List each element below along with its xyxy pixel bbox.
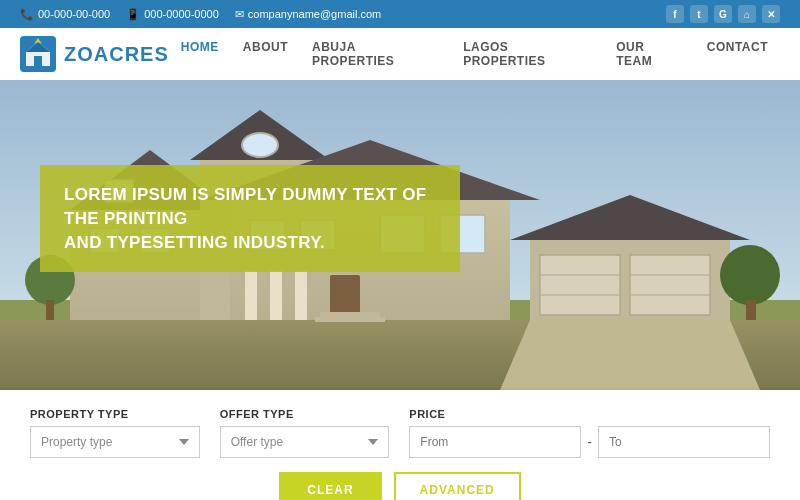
- phone-icon: 📞: [20, 8, 34, 21]
- nav-link-contact[interactable]: CONTACT: [695, 24, 780, 70]
- nav-link-team[interactable]: OUR TEAM: [604, 24, 695, 84]
- hero-headline-2: AND TYPESETTING INDUSTRY.: [64, 231, 436, 255]
- logo-text: ZOACRES: [64, 43, 169, 66]
- price-label: PRICE: [409, 408, 770, 420]
- hero-section: LOREM IPSUM IS SIMPLY DUMMY TEXT OF THE …: [0, 80, 800, 390]
- facebook-icon[interactable]: f: [666, 5, 684, 23]
- top-bar-contact: 📞 00-000-00-000 📱 000-0000-0000 ✉ compan…: [20, 8, 381, 21]
- svg-rect-18: [295, 270, 307, 320]
- clear-button[interactable]: CLEAR: [279, 472, 381, 500]
- nav-link-abuja[interactable]: ABUJA PROPERTIES: [300, 24, 451, 84]
- svg-rect-16: [245, 270, 257, 320]
- logo[interactable]: ZOACRES: [20, 36, 169, 72]
- svg-marker-33: [500, 320, 760, 390]
- close-icon[interactable]: ✕: [762, 5, 780, 23]
- svg-rect-37: [746, 300, 756, 320]
- email: ✉ companyname@gmail.com: [235, 8, 381, 21]
- nav-item-abuja[interactable]: ABUJA PROPERTIES: [300, 24, 451, 84]
- property-type-col: PROPERTY TYPE Property type House Apartm…: [30, 408, 200, 458]
- svg-rect-28: [630, 255, 710, 315]
- search-panel: PROPERTY TYPE Property type House Apartm…: [0, 390, 800, 500]
- offer-type-label: OFFER TYPE: [220, 408, 390, 420]
- price-col: PRICE -: [409, 408, 770, 458]
- twitter-icon[interactable]: t: [690, 5, 708, 23]
- email-icon: ✉: [235, 8, 244, 21]
- nav-item-home[interactable]: HOME: [169, 24, 231, 84]
- nav-link-home[interactable]: HOME: [169, 24, 231, 70]
- property-type-label: PROPERTY TYPE: [30, 408, 200, 420]
- property-type-select[interactable]: Property type House Apartment Land: [30, 426, 200, 458]
- search-fields: PROPERTY TYPE Property type House Apartm…: [30, 408, 770, 458]
- hero-headline: LOREM IPSUM IS SIMPLY DUMMY TEXT OF THE …: [64, 183, 436, 231]
- nav-item-contact[interactable]: CONTACT: [695, 24, 780, 84]
- hero-overlay: LOREM IPSUM IS SIMPLY DUMMY TEXT OF THE …: [40, 165, 460, 272]
- nav-links: HOME ABOUT ABUJA PROPERTIES LAGOS PROPER…: [169, 24, 780, 84]
- svg-rect-38: [315, 317, 385, 322]
- home-icon[interactable]: ⌂: [738, 5, 756, 23]
- nav-link-lagos[interactable]: LAGOS PROPERTIES: [451, 24, 604, 84]
- logo-svg: [20, 36, 56, 72]
- svg-rect-27: [540, 255, 620, 315]
- svg-point-11: [242, 133, 278, 157]
- search-buttons: CLEAR ADVANCED: [30, 472, 770, 500]
- googleplus-icon[interactable]: G: [714, 5, 732, 23]
- offer-type-col: OFFER TYPE Offer type For Sale For Rent: [220, 408, 390, 458]
- navbar: ZOACRES HOME ABOUT ABUJA PROPERTIES LAGO…: [0, 28, 800, 80]
- advanced-button[interactable]: ADVANCED: [394, 472, 521, 500]
- price-from-input[interactable]: [409, 426, 581, 458]
- nav-link-about[interactable]: ABOUT: [231, 24, 300, 70]
- offer-type-select[interactable]: Offer type For Sale For Rent: [220, 426, 390, 458]
- svg-rect-39: [320, 312, 380, 317]
- price-to-input[interactable]: [598, 426, 770, 458]
- nav-item-about[interactable]: ABOUT: [231, 24, 300, 84]
- nav-item-lagos[interactable]: LAGOS PROPERTIES: [451, 24, 604, 84]
- phone-2: 📱 000-0000-0000: [126, 8, 219, 21]
- svg-rect-17: [270, 270, 282, 320]
- phone2-icon: 📱: [126, 8, 140, 21]
- price-separator: -: [587, 434, 592, 450]
- social-links: f t G ⌂ ✕: [666, 5, 780, 23]
- svg-point-35: [720, 245, 780, 305]
- svg-rect-3: [34, 56, 42, 66]
- phone-1: 📞 00-000-00-000: [20, 8, 110, 21]
- svg-rect-36: [46, 300, 54, 320]
- nav-item-team[interactable]: OUR TEAM: [604, 24, 695, 84]
- price-row: -: [409, 426, 770, 458]
